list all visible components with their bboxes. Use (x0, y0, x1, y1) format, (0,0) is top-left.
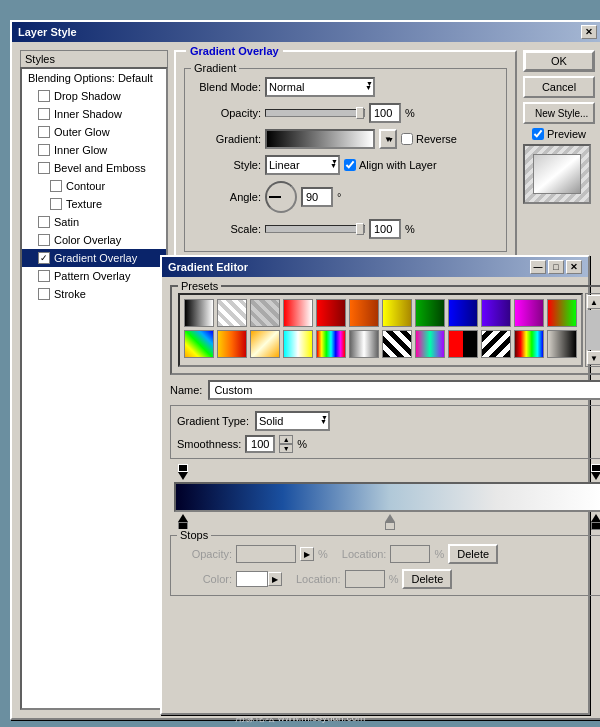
cancel-button[interactable]: Cancel (523, 76, 595, 98)
close-button[interactable]: ✕ (581, 25, 597, 39)
color-swatch[interactable] (236, 571, 268, 587)
preset-1[interactable] (217, 299, 247, 327)
preset-3[interactable] (283, 299, 313, 327)
color-overlay-checkbox[interactable] (38, 234, 50, 246)
preset-12[interactable] (184, 330, 214, 358)
preset-6[interactable] (382, 299, 412, 327)
reverse-checkbox[interactable] (401, 133, 413, 145)
sidebar: Styles Blending Options: Default Drop Sh… (20, 50, 168, 710)
new-style-button[interactable]: New Style... (523, 102, 595, 124)
stroke-checkbox[interactable] (38, 288, 50, 300)
top-stop-left[interactable] (178, 464, 188, 480)
ge-restore-btn[interactable]: □ (548, 260, 564, 274)
drop-shadow-checkbox[interactable] (38, 90, 50, 102)
presets-scroll-area (178, 293, 583, 367)
bottom-stop-right[interactable] (591, 514, 600, 530)
sidebar-item-inner-shadow[interactable]: Inner Shadow (22, 105, 166, 123)
preset-8[interactable] (448, 299, 478, 327)
opacity-thumb[interactable] (356, 107, 364, 119)
bottom-stop-mid[interactable] (385, 514, 395, 530)
preset-0[interactable] (184, 299, 214, 327)
preset-10[interactable] (514, 299, 544, 327)
sidebar-item-pattern-overlay[interactable]: Pattern Overlay (22, 267, 166, 285)
angle-dial[interactable] (265, 181, 297, 213)
preview-checkbox[interactable] (532, 128, 544, 140)
preset-2[interactable] (250, 299, 280, 327)
color-arrow-btn[interactable]: ▶ (268, 572, 282, 586)
inner-shadow-checkbox[interactable] (38, 108, 50, 120)
preset-20[interactable] (448, 330, 478, 358)
gradient-type-wrapper: Solid ▼ (255, 411, 330, 431)
smoothness-input[interactable] (245, 435, 275, 453)
sidebar-item-blending[interactable]: Blending Options: Default (22, 69, 166, 87)
sidebar-item-stroke[interactable]: Stroke (22, 285, 166, 303)
sidebar-item-contour[interactable]: Contour (22, 177, 166, 195)
presets-row-2 (184, 330, 577, 358)
inner-glow-checkbox[interactable] (38, 144, 50, 156)
preset-5[interactable] (349, 299, 379, 327)
preset-14[interactable] (250, 330, 280, 358)
gradient-bar[interactable] (174, 482, 600, 512)
opacity-input[interactable] (369, 103, 401, 123)
blend-mode-row: Blend Mode: Normal ▼ (191, 77, 500, 97)
preset-4[interactable] (316, 299, 346, 327)
sidebar-item-gradient-overlay[interactable]: Gradient Overlay (22, 249, 166, 267)
preset-18[interactable] (382, 330, 412, 358)
ge-close-btn[interactable]: ✕ (566, 260, 582, 274)
gradient-row: Gradient: ▼ Reverse (191, 129, 500, 149)
preset-15[interactable] (283, 330, 313, 358)
sidebar-item-satin[interactable]: Satin (22, 213, 166, 231)
preset-17[interactable] (349, 330, 379, 358)
angle-input[interactable] (301, 187, 333, 207)
name-input[interactable] (208, 380, 600, 400)
scale-thumb[interactable] (356, 223, 364, 235)
gradient-type-select[interactable]: Solid (255, 411, 330, 431)
bottom-stop-left[interactable] (178, 514, 188, 530)
top-stop-right[interactable] (591, 464, 600, 480)
pattern-overlay-checkbox[interactable] (38, 270, 50, 282)
gradient-swatch[interactable] (265, 129, 375, 149)
texture-checkbox[interactable] (50, 198, 62, 210)
blend-mode-select[interactable]: Normal (265, 77, 375, 97)
sidebar-item-texture[interactable]: Texture (22, 195, 166, 213)
preset-19[interactable] (415, 330, 445, 358)
ok-button[interactable]: OK (523, 50, 595, 72)
sidebar-item-outer-glow[interactable]: Outer Glow (22, 123, 166, 141)
stops-color-location-input[interactable] (345, 570, 385, 588)
sidebar-item-bevel[interactable]: Bevel and Emboss (22, 159, 166, 177)
preset-13[interactable] (217, 330, 247, 358)
satin-checkbox[interactable] (38, 216, 50, 228)
preset-11[interactable] (547, 299, 577, 327)
opacity-row: Opacity: % (191, 103, 500, 123)
sidebar-item-drop-shadow[interactable]: Drop Shadow (22, 87, 166, 105)
scale-slider[interactable] (265, 225, 365, 233)
gradient-dropdown-btn[interactable]: ▼ (379, 129, 397, 149)
sidebar-item-color-overlay[interactable]: Color Overlay (22, 231, 166, 249)
stops-opacity-input[interactable] (236, 545, 296, 563)
ge-minimize-btn[interactable]: — (530, 260, 546, 274)
preset-7[interactable] (415, 299, 445, 327)
style-select[interactable]: Linear (265, 155, 340, 175)
outer-glow-checkbox[interactable] (38, 126, 50, 138)
stops-opacity-arrow[interactable]: ▶ (300, 547, 314, 561)
sidebar-item-inner-glow[interactable]: Inner Glow (22, 141, 166, 159)
delete-color-button[interactable]: Delete (402, 569, 452, 589)
gradient-overlay-checkbox[interactable] (38, 252, 50, 264)
align-checkbox[interactable] (344, 159, 356, 171)
scale-input[interactable] (369, 219, 401, 239)
scroll-up-btn[interactable]: ▲ (587, 295, 600, 309)
preset-22[interactable] (514, 330, 544, 358)
opacity-slider[interactable] (265, 109, 365, 117)
preset-9[interactable] (481, 299, 511, 327)
smoothness-down[interactable]: ▼ (279, 444, 293, 453)
preset-16[interactable] (316, 330, 346, 358)
preset-23[interactable] (547, 330, 577, 358)
delete-opacity-button[interactable]: Delete (448, 544, 498, 564)
bevel-checkbox[interactable] (38, 162, 50, 174)
stops-opacity-location-label: Location: (342, 548, 387, 560)
scroll-down-btn[interactable]: ▼ (587, 351, 600, 365)
contour-checkbox[interactable] (50, 180, 62, 192)
smoothness-up[interactable]: ▲ (279, 435, 293, 444)
preset-21[interactable] (481, 330, 511, 358)
stops-opacity-location-input[interactable] (390, 545, 430, 563)
